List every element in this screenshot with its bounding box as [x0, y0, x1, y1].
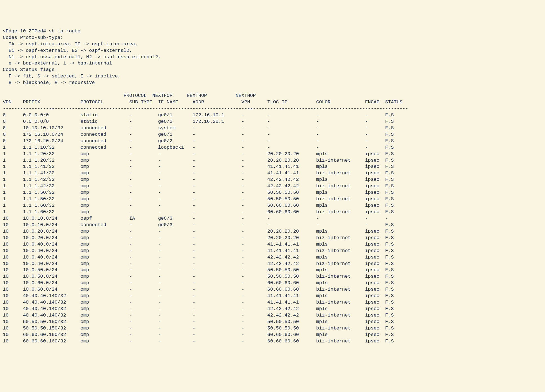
prompt-line: vEdge_10_ZTPed# sh ip route: [3, 28, 80, 34]
codes-status-line: F -> fib, S -> selected, I -> inactive,: [3, 74, 121, 79]
codes-proto-header: Codes Proto-sub-type:: [3, 35, 63, 40]
codes-proto-line: e -> bgp-external, i -> bgp-internal: [3, 61, 112, 66]
table-divider: ----------------------------------------…: [3, 106, 408, 111]
codes-proto-line: E1 -> ospf-external1, E2 -> ospf-externa…: [3, 48, 132, 53]
terminal-output[interactable]: vEdge_10_ZTPed# sh ip route Codes Proto-…: [3, 28, 542, 345]
codes-status-line: B -> blackhole, R -> recursive: [3, 80, 95, 85]
codes-proto-line: IA -> ospf-intra-area, IE -> ospf-inter-…: [3, 41, 138, 47]
codes-proto-line: N1 -> ospf-nssa-external1, N2 -> ospf-ns…: [3, 54, 161, 60]
table-header-line2: VPN PREFIX PROTOCOL SUB TYPE IF NAME ADD…: [3, 99, 402, 105]
route-table-body: 0 0.0.0.0/0 static - ge0/1 172.16.10.1 -…: [3, 112, 394, 344]
codes-status-header: Codes Status flags:: [3, 67, 57, 72]
table-header-line1: PROTOCOL NEXTHOP NEXTHOP NEXTHOP: [3, 93, 256, 98]
